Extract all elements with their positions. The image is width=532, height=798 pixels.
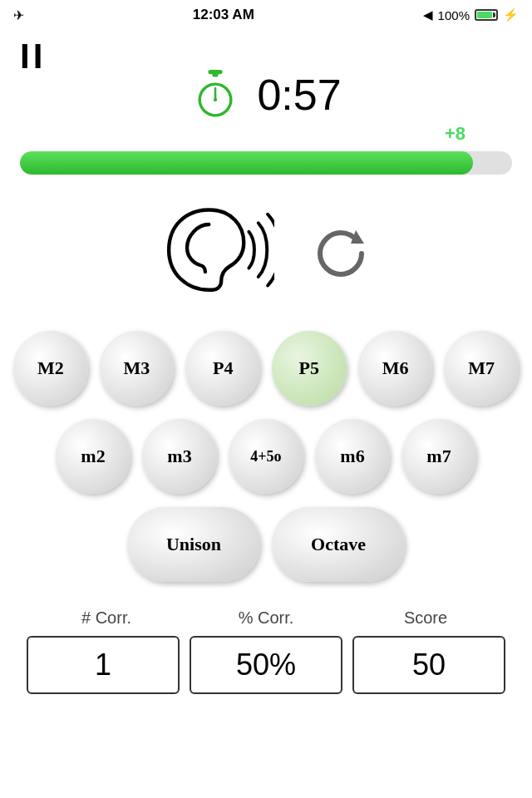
timer-section: 0:57 (0, 70, 532, 120)
stat-pct-correct: 50% (190, 636, 342, 694)
ear-icon (158, 200, 274, 308)
button-row-2: m2 m3 4+5o m6 m7 (13, 419, 519, 494)
button-row-3: Unison Octave (13, 507, 519, 582)
svg-rect-1 (209, 70, 223, 74)
btn-m7[interactable]: m7 (401, 419, 476, 494)
header-score: Score (346, 608, 505, 628)
header-pct-correct: % Corr. (186, 608, 346, 628)
progress-bar-container (20, 151, 512, 175)
btn-M2[interactable]: M2 (13, 331, 88, 406)
status-time: 12:03 AM (193, 7, 254, 23)
location-icon: ◀ (423, 7, 433, 22)
score-indicator: +8 (0, 123, 532, 145)
progress-bar-fill (20, 151, 473, 175)
status-signal: ✈ (13, 7, 24, 23)
svg-point-5 (214, 98, 217, 101)
airplane-icon: ✈ (13, 7, 24, 23)
btn-M3[interactable]: M3 (100, 331, 175, 406)
btn-P4[interactable]: P4 (185, 331, 260, 406)
button-row-1: M2 M3 P4 P5 M6 M7 (13, 331, 519, 406)
stat-num-correct: 1 (27, 636, 180, 694)
timer-display: 0:57 (257, 70, 341, 120)
btn-M6[interactable]: M6 (358, 331, 433, 406)
btn-P5[interactable]: P5 (272, 331, 347, 406)
charge-icon: ⚡ (503, 7, 519, 22)
pause-button[interactable]: II (20, 37, 46, 76)
stat-score: 50 (352, 636, 505, 694)
btn-m2[interactable]: m2 (56, 419, 131, 494)
btn-M7[interactable]: M7 (444, 331, 519, 406)
battery-percent: 100% (438, 8, 470, 22)
status-battery-area: ◀ 100% ⚡ (423, 7, 519, 22)
status-bar: ✈ 12:03 AM ◀ 100% ⚡ (0, 0, 532, 30)
ear-section (0, 200, 532, 308)
btn-m3[interactable]: m3 (142, 419, 217, 494)
stats-values: 1 50% 50 (27, 636, 505, 694)
stats-section: # Corr. % Corr. Score 1 50% 50 (0, 608, 532, 694)
header-num-correct: # Corr. (27, 608, 186, 628)
replay-icon[interactable] (308, 220, 374, 287)
stopwatch-icon (190, 70, 240, 120)
btn-octave[interactable]: Octave (272, 507, 405, 582)
stats-headers: # Corr. % Corr. Score (27, 608, 505, 628)
battery-icon (475, 9, 498, 21)
buttons-section: M2 M3 P4 P5 M6 M7 m2 m3 4+5o m6 m7 Uniso… (0, 331, 532, 582)
btn-m6[interactable]: m6 (315, 419, 390, 494)
btn-4plus5o[interactable]: 4+5o (229, 419, 303, 494)
btn-unison[interactable]: Unison (127, 507, 260, 582)
